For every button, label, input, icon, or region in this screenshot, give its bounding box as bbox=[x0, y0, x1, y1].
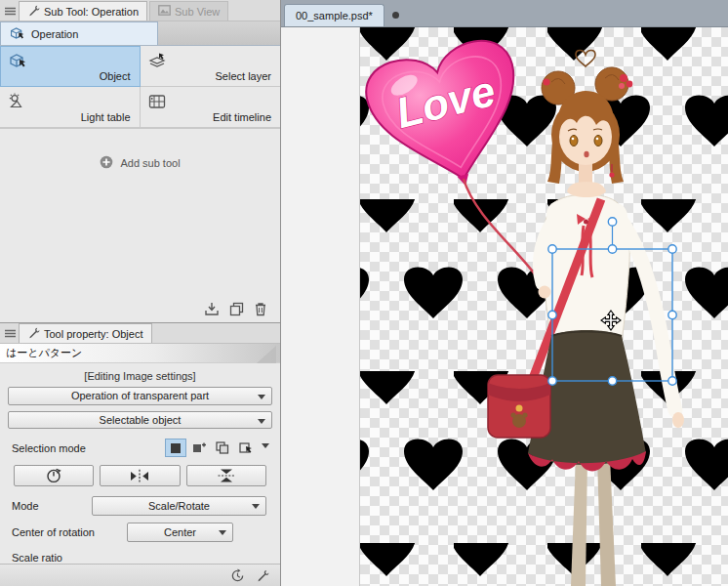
rotate-reset-button[interactable] bbox=[14, 465, 94, 486]
hand-holding-string bbox=[539, 286, 551, 299]
subtool-edit-timeline-cell[interactable]: Edit timeline bbox=[141, 87, 281, 128]
transparent-part-dropdown-value: Operation of transparent part bbox=[71, 390, 209, 401]
transparent-part-dropdown[interactable]: Operation of transparent part bbox=[8, 387, 272, 404]
edit-timeline-icon bbox=[148, 93, 166, 114]
mode-row: Mode Scale/Rotate bbox=[12, 496, 266, 516]
tool-property-footer bbox=[0, 564, 280, 586]
selection-handle-bottom-center[interactable] bbox=[608, 377, 616, 385]
add-subtool-label: Add sub tool bbox=[120, 157, 180, 169]
selection-mode-add-button[interactable] bbox=[188, 439, 210, 457]
chevron-down-icon bbox=[258, 419, 265, 428]
chevron-down-icon bbox=[258, 395, 265, 403]
add-subtool-button[interactable]: Add sub tool bbox=[0, 155, 280, 171]
selection-handle-top-right[interactable] bbox=[668, 245, 676, 253]
panel-menu-icon[interactable] bbox=[2, 1, 19, 21]
selection-mode-drag-button[interactable] bbox=[235, 439, 257, 457]
chevron-down-icon bbox=[252, 504, 260, 513]
editing-settings-label: [Editing Image settings] bbox=[0, 370, 280, 382]
page-curl-decoration bbox=[257, 346, 276, 363]
canvas-artwork: Love bbox=[360, 27, 728, 586]
tool-property-header: Tool property: Object bbox=[0, 323, 280, 344]
selection-mode-row: Selection mode bbox=[12, 439, 271, 457]
mode-label: Mode bbox=[12, 500, 92, 512]
transform-buttons-row bbox=[14, 465, 266, 486]
selection-mode-multiple-button[interactable] bbox=[212, 439, 233, 457]
hair-flower-accessory bbox=[620, 74, 627, 82]
center-of-rotation-label: Center of rotation bbox=[12, 526, 127, 538]
document-canvas[interactable]: Love bbox=[359, 27, 728, 586]
selection-mode-expand-button[interactable] bbox=[259, 439, 271, 457]
import-subtool-icon[interactable] bbox=[204, 302, 220, 316]
selection-handle-bottom-left[interactable] bbox=[548, 377, 556, 385]
center-of-rotation-dropdown[interactable]: Center bbox=[127, 523, 233, 542]
document-tab[interactable]: 00_sample.psd* bbox=[284, 4, 384, 26]
subtool-select-layer-cell[interactable]: Select layer bbox=[141, 46, 281, 87]
tool-name-label: はーとパターン bbox=[6, 346, 82, 360]
selection-handle-mid-right[interactable] bbox=[668, 311, 676, 318]
rotation-handle[interactable] bbox=[608, 218, 616, 226]
tab-subtool-operation[interactable]: Sub Tool: Operation bbox=[19, 1, 147, 21]
app-root: Sub Tool: Operation Sub View Operation bbox=[0, 0, 728, 586]
object-tool-icon bbox=[8, 52, 27, 73]
subtool-tab-label: Sub Tool: Operation bbox=[44, 6, 139, 18]
flip-vertical-button[interactable] bbox=[186, 465, 266, 486]
delete-subtool-icon[interactable] bbox=[254, 302, 267, 316]
canvas-column: 00_sample.psd* bbox=[281, 0, 728, 586]
tool-property-menu-icon[interactable] bbox=[2, 323, 19, 343]
tab-sub-view[interactable]: Sub View bbox=[149, 1, 228, 21]
scale-ratio-label: Scale ratio bbox=[12, 552, 268, 564]
tool-property-tab-label: Tool property: Object bbox=[44, 328, 143, 340]
subtool-light-table-cell[interactable]: Light table bbox=[0, 87, 141, 128]
add-icon bbox=[100, 155, 113, 171]
selection-handle-top-left[interactable] bbox=[548, 245, 556, 253]
wrench-icon bbox=[27, 326, 40, 341]
subtool-group-row: Operation bbox=[0, 21, 280, 46]
operation-group-label: Operation bbox=[31, 28, 78, 40]
light-table-label: Light table bbox=[81, 111, 131, 123]
document-tab-label: 00_sample.psd* bbox=[296, 10, 373, 21]
select-layer-icon bbox=[148, 52, 168, 73]
operation-group-icon bbox=[9, 25, 25, 43]
subtool-panel: Sub Tool: Operation Sub View Operation bbox=[0, 0, 280, 323]
subview-tab-label: Sub View bbox=[175, 6, 220, 18]
selection-mode-new-button[interactable] bbox=[165, 439, 186, 457]
light-table-icon bbox=[8, 93, 25, 114]
tab-tool-property[interactable]: Tool property: Object bbox=[19, 323, 152, 343]
canvas-viewport[interactable]: Love bbox=[281, 27, 728, 586]
selectable-object-dropdown[interactable]: Selectable object bbox=[8, 411, 272, 429]
tab-operation-group[interactable]: Operation bbox=[0, 21, 158, 45]
selectable-object-dropdown-value: Selectable object bbox=[100, 414, 182, 426]
reset-defaults-icon[interactable] bbox=[230, 568, 245, 583]
flip-horizontal-button[interactable] bbox=[100, 465, 180, 486]
left-panel-column: Sub Tool: Operation Sub View Operation bbox=[0, 0, 281, 586]
mode-dropdown[interactable]: Scale/Rotate bbox=[92, 496, 266, 516]
selection-mode-label: Selection mode bbox=[12, 442, 86, 454]
subtool-footer bbox=[0, 296, 280, 322]
subtool-panel-header: Sub Tool: Operation Sub View bbox=[0, 0, 280, 21]
chevron-down-icon bbox=[219, 530, 226, 539]
document-tab-bar: 00_sample.psd* bbox=[281, 0, 728, 27]
selection-handle-top-center[interactable] bbox=[608, 245, 616, 253]
subtool-tab-icon bbox=[27, 4, 40, 19]
mode-dropdown-value: Scale/Rotate bbox=[148, 500, 210, 512]
center-dropdown-value: Center bbox=[164, 526, 196, 538]
settings-wrench-icon[interactable] bbox=[256, 568, 269, 582]
selection-mode-buttons bbox=[165, 439, 271, 457]
object-tool-label: Object bbox=[100, 70, 131, 82]
tool-property-panel: Tool property: Object はーとパターン [Editing I… bbox=[0, 323, 280, 586]
chevron-down-icon bbox=[262, 443, 269, 452]
center-of-rotation-row: Center of rotation Center bbox=[12, 523, 266, 542]
selection-handle-mid-left[interactable] bbox=[548, 311, 556, 318]
subtool-object-cell[interactable]: Object bbox=[0, 46, 141, 87]
unsaved-indicator-dot bbox=[392, 12, 399, 19]
selection-handle-bottom-right[interactable] bbox=[668, 377, 676, 385]
tool-name-strip: はーとパターン bbox=[0, 344, 280, 363]
subtool-grid: Object Select layer Light table bbox=[0, 46, 280, 129]
subview-tab-icon bbox=[158, 5, 171, 18]
duplicate-subtool-icon[interactable] bbox=[229, 302, 244, 316]
select-layer-label: Select layer bbox=[216, 70, 271, 82]
edit-timeline-label: Edit timeline bbox=[213, 111, 271, 123]
